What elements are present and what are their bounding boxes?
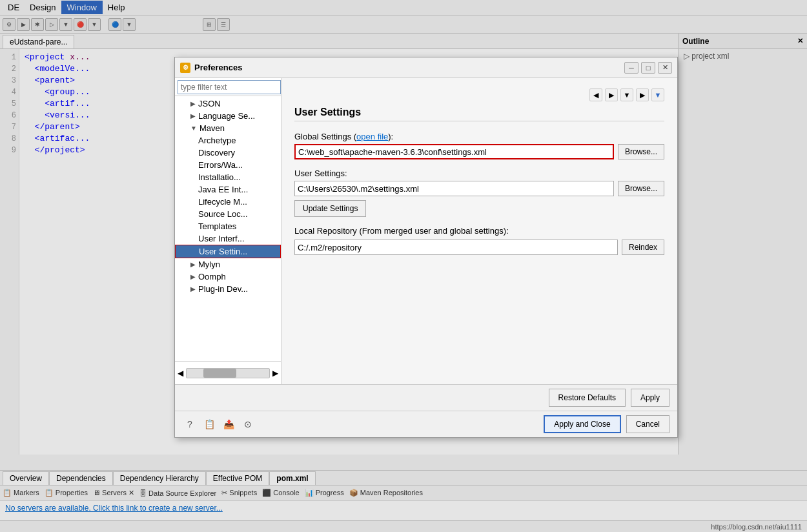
tree-item-installation[interactable]: Installatio... <box>175 171 281 183</box>
tree-label-json: JSON <box>198 99 221 108</box>
tree-arrow-plugindev: ▶ <box>190 285 196 292</box>
cancel-btn[interactable]: Cancel <box>626 415 669 433</box>
tree-label-oomph: Oomph <box>198 272 226 281</box>
tree-panel: ✕ ▶ JSON ▶ Language Se... ▼ Maven <box>175 78 281 384</box>
tree-item-oomph[interactable]: ▶ Oomph <box>175 271 281 283</box>
global-settings-input[interactable] <box>294 144 614 159</box>
nav-forward2[interactable]: ▶ <box>636 88 649 101</box>
tree-label-usersettings: User Settin... <box>199 247 247 256</box>
tree-label-mylyn: Mylyn <box>198 260 220 269</box>
restore-defaults-btn[interactable]: Restore Defaults <box>549 389 626 407</box>
tree-label-errors: Errors/Wa... <box>198 160 243 170</box>
preferences-dialog: ⚙ Preferences ─ □ ✕ ✕ ▶ JSON <box>174 57 678 438</box>
tree-filter-area: ✕ <box>175 78 281 96</box>
user-settings-group: User Settings: Browse... Update Settings <box>294 169 664 217</box>
tree-label-lifecycle: Lifecycle M... <box>198 197 247 207</box>
help-icon-btn[interactable]: ? <box>183 417 197 431</box>
user-settings-row: Browse... <box>294 181 664 196</box>
user-settings-input[interactable] <box>294 181 614 196</box>
content-nav: ◀ ▶ ▼ ▶ ▼ <box>294 88 664 101</box>
dialog-title-text: Preferences <box>194 63 242 72</box>
nav-dropdown2[interactable]: ▼ <box>651 88 664 101</box>
tree-label-discovery: Discovery <box>198 148 235 158</box>
tree-arrow-json: ▶ <box>190 100 196 107</box>
dialog-body: ✕ ▶ JSON ▶ Language Se... ▼ Maven <box>175 78 677 384</box>
tree-item-lifecycle[interactable]: Lifecycle M... <box>175 196 281 208</box>
global-settings-browse[interactable]: Browse... <box>618 144 664 159</box>
update-settings-btn[interactable]: Update Settings <box>294 200 366 217</box>
tree-arrow-oomph: ▶ <box>190 273 196 280</box>
tree-item-archetype[interactable]: Archetype <box>175 134 281 147</box>
tree-label-sourceloc: Source Loc... <box>198 209 248 219</box>
tree-item-sourceloc[interactable]: Source Loc... <box>175 208 281 220</box>
tree-scroll-thumb <box>203 369 236 378</box>
tree-item-errors[interactable]: Errors/Wa... <box>175 159 281 171</box>
tree-item-language[interactable]: ▶ Language Se... <box>175 110 281 122</box>
dialog-titlebar: ⚙ Preferences ─ □ ✕ <box>175 57 677 78</box>
tree-scrollbar[interactable] <box>186 368 270 378</box>
scroll-left-btn[interactable]: ◀ <box>178 369 183 378</box>
nav-forward[interactable]: ▶ <box>605 88 618 101</box>
dialog-minimize[interactable]: ─ <box>624 62 638 74</box>
tree-label-userinterface: User Interf... <box>198 234 245 243</box>
tree-item-json[interactable]: ▶ JSON <box>175 97 281 110</box>
content-panel: ◀ ▶ ▼ ▶ ▼ User Settings Global Settings … <box>281 78 677 384</box>
dialog-controls: ─ □ ✕ <box>624 62 672 74</box>
tree-arrow-maven: ▼ <box>190 125 197 132</box>
tree-item-templates[interactable]: Templates <box>175 220 281 232</box>
tree-filter-input[interactable] <box>178 80 281 94</box>
tree-item-userinterface[interactable]: User Interf... <box>175 232 281 245</box>
tree-item-javaee[interactable]: Java EE Int... <box>175 183 281 196</box>
user-settings-browse[interactable]: Browse... <box>618 181 664 196</box>
content-title: User Settings <box>294 107 664 121</box>
apply-btn[interactable]: Apply <box>631 389 669 407</box>
dialog-bottom-icons: ? 📋 📤 ⊙ <box>183 417 255 431</box>
export-icon-btn[interactable]: 📤 <box>221 417 236 431</box>
tree-label-archetype: Archetype <box>198 136 236 145</box>
circle-icon-btn[interactable]: ⊙ <box>241 417 255 431</box>
tree-scroll-area: ◀ ▶ <box>175 361 281 384</box>
tree-arrow-mylyn: ▶ <box>190 261 196 268</box>
dialog-action-buttons: Apply and Close Cancel <box>544 415 669 433</box>
dialog-close[interactable]: ✕ <box>658 62 672 74</box>
tree-label-plugindev: Plug-in Dev... <box>198 284 248 294</box>
global-settings-group: Global Settings (open file): Browse... <box>294 132 664 159</box>
global-settings-label: Global Settings (open file): <box>294 132 664 141</box>
reindex-btn[interactable]: Reindex <box>622 240 664 255</box>
dialog-bottom-row1: Restore Defaults Apply <box>175 385 677 411</box>
tree-item-mylyn[interactable]: ▶ Mylyn <box>175 258 281 271</box>
tree-content: ▶ JSON ▶ Language Se... ▼ Maven Archetyp… <box>175 96 281 361</box>
dialog-maximize[interactable]: □ <box>641 62 655 74</box>
tree-label-maven: Maven <box>199 123 225 133</box>
tree-item-maven[interactable]: ▼ Maven <box>175 122 281 134</box>
tree-label-javaee: Java EE Int... <box>198 185 248 194</box>
tree-item-usersettings[interactable]: User Settin... <box>175 245 281 258</box>
tree-label-installation: Installatio... <box>198 172 241 182</box>
apply-close-btn[interactable]: Apply and Close <box>544 415 620 433</box>
dialog-title-left: ⚙ Preferences <box>180 63 242 73</box>
global-settings-row: Browse... <box>294 144 664 159</box>
tree-arrow-language: ▶ <box>190 112 196 119</box>
dialog-bottom: Restore Defaults Apply ? 📋 📤 ⊙ Apply and… <box>175 384 677 437</box>
nav-dropdown[interactable]: ▼ <box>620 88 633 101</box>
local-repo-group: Local Repository (From merged user and g… <box>294 226 664 255</box>
local-repo-input[interactable] <box>294 240 618 255</box>
local-repo-row: Reindex <box>294 240 664 255</box>
nav-back[interactable]: ◀ <box>589 88 602 101</box>
local-repo-label: Local Repository (From merged user and g… <box>294 226 664 236</box>
dialog-bottom-row2: ? 📋 📤 ⊙ Apply and Close Cancel <box>175 411 677 437</box>
open-file-link[interactable]: open file <box>356 132 388 141</box>
tree-item-plugindev[interactable]: ▶ Plug-in Dev... <box>175 283 281 295</box>
tree-label-language: Language Se... <box>198 111 255 121</box>
save-icon-btn[interactable]: 📋 <box>202 417 216 431</box>
user-settings-label: User Settings: <box>294 169 664 178</box>
scroll-right-btn[interactable]: ▶ <box>272 369 278 378</box>
tree-item-discovery[interactable]: Discovery <box>175 147 281 159</box>
preferences-icon: ⚙ <box>180 63 190 73</box>
tree-label-templates: Templates <box>198 221 236 231</box>
